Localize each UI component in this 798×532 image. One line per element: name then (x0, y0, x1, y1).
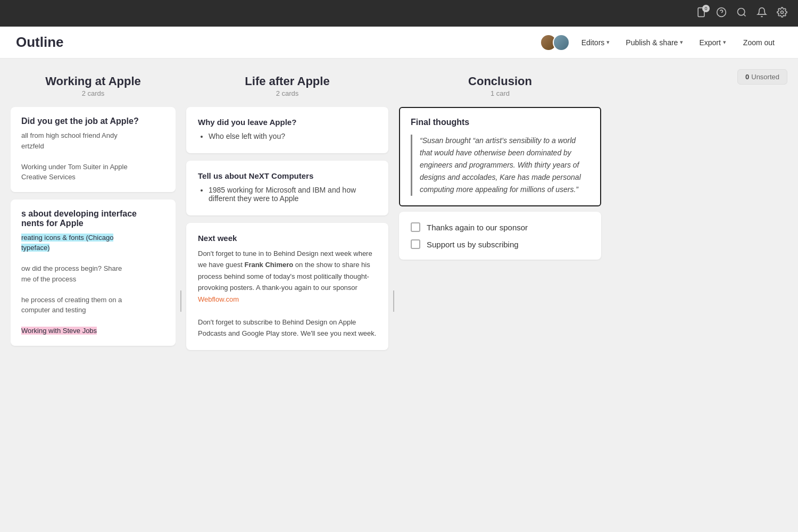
top-bar: 0 (0, 0, 798, 27)
export-button[interactable]: Export ▾ (693, 35, 732, 50)
column-conclusion: Conclusion 1 card Final thoughts “Susan … (399, 69, 601, 521)
checkbox-sponsor[interactable] (411, 222, 420, 232)
svg-line-5 (744, 14, 746, 16)
main-content: 0 Unsorted Working at Apple 2 cards Did … (0, 59, 798, 532)
chevron-down-icon: ▾ (680, 39, 683, 46)
column-header-right: Conclusion 1 card (399, 69, 601, 107)
column-working-at-apple: Working at Apple 2 cards Did you get the… (11, 69, 176, 521)
bell-icon[interactable] (757, 7, 767, 20)
checklist-item-sponsor: Thanks again to our sponsor (411, 222, 589, 232)
column-header-left: Working at Apple 2 cards (11, 69, 176, 107)
card-list: Who else left with you? (198, 132, 377, 140)
checklist-item-subscribe: Support us by subscribing (411, 239, 589, 249)
publish-share-button[interactable]: Publish & share ▾ (619, 35, 689, 50)
checklist-label-sponsor: Thanks again to our sponsor (427, 223, 528, 232)
column-separator-2 (388, 69, 399, 521)
column-life-after-apple: Life after Apple 2 cards Why did you lea… (186, 69, 388, 521)
list-item: 1985 working for Microsoft and IBM and h… (209, 186, 377, 203)
chevron-down-icon: ▾ (723, 39, 726, 46)
column-separator-1 (176, 69, 186, 521)
blockquote: “Susan brought “an artist’s sensibility … (411, 135, 589, 196)
checklist-label-subscribe: Support us by subscribing (427, 240, 519, 249)
settings-icon[interactable] (777, 7, 787, 20)
avatar (553, 34, 570, 51)
checkbox-subscribe[interactable] (411, 239, 420, 249)
chevron-down-icon: ▾ (606, 39, 610, 46)
card-developing-interface: s about developing interfacenents for Ap… (11, 200, 176, 346)
columns-wrapper: Working at Apple 2 cards Did you get the… (11, 69, 787, 521)
header-actions: Editors ▾ Publish & share ▾ Export ▾ Zoo… (540, 34, 782, 51)
highlight-cyan: reating icons & fonts (Chicagotypeface) (21, 234, 113, 252)
svg-point-6 (781, 11, 784, 13)
svg-point-4 (738, 8, 745, 15)
page-title: Outline (16, 34, 540, 51)
zoom-out-button[interactable]: Zoom out (736, 35, 782, 50)
column-header-middle: Life after Apple 2 cards (186, 69, 388, 107)
notification-badge: 0 (702, 5, 710, 12)
card-list: 1985 working for Microsoft and IBM and h… (198, 186, 377, 203)
checklist-card: Thanks again to our sponsor Support us b… (399, 212, 601, 260)
tablet-icon[interactable]: 0 (696, 7, 706, 20)
next-week-body: Don't forget to tune in to Behind Design… (198, 248, 377, 339)
search-icon[interactable] (736, 7, 747, 20)
highlight-pink: Working with Steve Jobs (21, 327, 97, 335)
editors-button[interactable]: Editors ▾ (575, 35, 617, 50)
card-job-at-apple: Did you get the job at Apple? all from h… (11, 107, 176, 192)
avatar-group (540, 34, 570, 51)
help-icon[interactable] (716, 7, 727, 20)
unsorted-badge: 0 Unsorted (737, 69, 787, 85)
webflow-link[interactable]: Webflow.com (198, 295, 239, 303)
list-item: Who else left with you? (209, 132, 377, 140)
card-final-thoughts: Final thoughts “Susan brought “an artist… (399, 107, 601, 206)
header: Outline Editors ▾ Publish & share ▾ Expo… (0, 27, 798, 59)
card-why-leave: Why did you leave Apple? Who else left w… (186, 107, 388, 153)
card-next-computers: Tell us about NeXT Computers 1985 workin… (186, 161, 388, 215)
card-next-week: Next week Don't forget to tune in to Beh… (186, 223, 388, 350)
